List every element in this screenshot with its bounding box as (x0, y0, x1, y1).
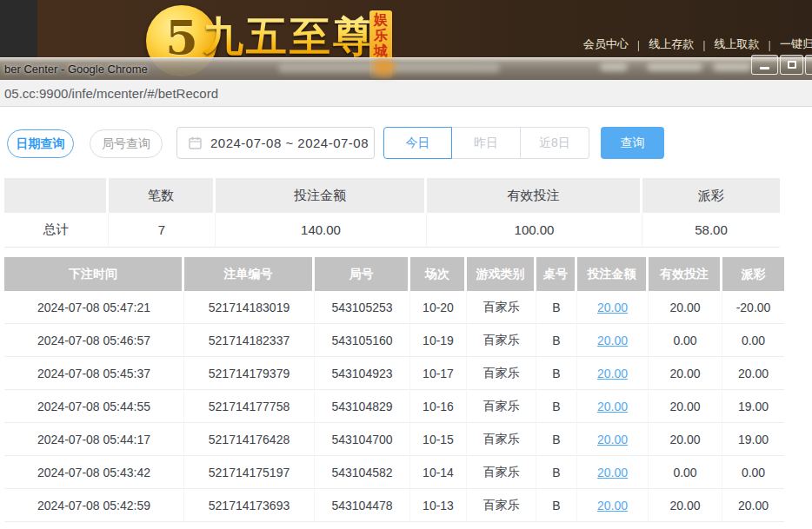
cell-time: 2024-07-08 05:43:42 (4, 456, 184, 489)
summary-header-valid-bet: 有效投注 (427, 178, 642, 213)
cell-table-no: B (536, 489, 577, 522)
col-game: 游戏类别 (467, 257, 536, 291)
cell-bet-no: 521714176428 (184, 423, 315, 456)
badge-char: 乐 (374, 28, 388, 43)
browser-urlbar[interactable]: 05.cc:9900/infe/mcenter/#/betRecord (0, 80, 812, 107)
summary-bet-amount-value: 140.00 (216, 213, 427, 248)
cell-payout: 19.00 (722, 423, 784, 456)
redacted-blur (647, 63, 702, 71)
col-valid: 有效投注 (649, 257, 722, 291)
calendar-icon (189, 136, 202, 149)
bet-amount-link[interactable]: 20.00 (597, 367, 628, 380)
bet-amount-link[interactable]: 20.00 (597, 400, 628, 413)
cell-session: 10-16 (410, 390, 467, 423)
bet-amount-link[interactable]: 20.00 (597, 433, 628, 446)
redacted-blur (600, 63, 628, 71)
cell-payout: 19.00 (722, 390, 784, 423)
redacted-blur (713, 63, 751, 71)
col-time: 下注时间 (4, 257, 184, 291)
minimize-button[interactable] (751, 55, 778, 75)
last-8-days-button[interactable]: 近8日 (521, 127, 589, 159)
nav-separator: | (769, 38, 771, 51)
redacted-blur (373, 59, 395, 76)
minimize-icon (760, 67, 769, 69)
cell-round-no: 543105160 (315, 324, 410, 357)
bet-amount-link[interactable]: 20.00 (597, 334, 628, 347)
summary-header-count: 笔数 (109, 178, 216, 213)
col-payout: 派彩 (722, 257, 784, 291)
summary-total-row: 总计 7 140.00 100.00 58.00 (4, 213, 780, 248)
range-button-group: 今日 昨日 近8日 (383, 127, 589, 159)
summary-valid-bet-value: 100.00 (427, 213, 642, 248)
cell-table-no: B (536, 357, 577, 390)
cell-payout: 0.00 (722, 324, 784, 357)
cell-time: 2024-07-08 05:45:37 (4, 357, 184, 390)
bet-record-table: 下注时间 注单编号 局号 场次 游戏类别 桌号 投注金额 有效投注 派彩 202… (4, 257, 784, 522)
cell-bet-no: 521714182337 (184, 324, 315, 357)
cell-table-no: B (536, 423, 577, 456)
date-range-input[interactable]: 2024-07-08 ~ 2024-07-08 (176, 127, 375, 159)
cell-session: 10-20 (410, 291, 467, 324)
cell-game: 百家乐 (467, 423, 536, 456)
nav-member-center[interactable]: 会员中心 (583, 36, 629, 52)
cell-bet-no: 521714179379 (184, 357, 315, 390)
header-black-corner (0, 0, 37, 57)
cell-payout: 20.00 (722, 489, 784, 522)
bet-amount-link[interactable]: 20.00 (597, 301, 628, 314)
screen: 5 九五至尊 娱 乐 城 会员中心 | 线上存款 | 线上取款 | 一键归 be… (0, 0, 812, 529)
cell-valid: 0.00 (649, 456, 722, 489)
summary-total-label: 总计 (4, 213, 109, 248)
round-query-tab[interactable]: 局号查询 (90, 129, 163, 158)
cell-valid: 20.00 (649, 489, 722, 522)
col-session: 场次 (410, 257, 467, 291)
cell-time: 2024-07-08 05:44:17 (4, 423, 184, 456)
cell-table-no: B (536, 390, 577, 423)
col-round-no: 局号 (315, 257, 410, 291)
bet-amount-link[interactable]: 20.00 (597, 499, 628, 512)
cell-session: 10-15 (410, 423, 467, 456)
top-nav: 会员中心 | 线上存款 | 线上取款 | 一键归 (583, 36, 812, 52)
date-range-value: 2024-07-08 ~ 2024-07-08 (210, 136, 369, 150)
nav-separator: | (637, 38, 640, 51)
nav-online-deposit[interactable]: 线上存款 (649, 36, 694, 52)
cell-session: 10-17 (410, 357, 467, 390)
yesterday-button[interactable]: 昨日 (452, 127, 521, 159)
nav-one-key-transfer[interactable]: 一键归 (780, 36, 812, 52)
close-button[interactable] (805, 55, 812, 75)
summary-header-bet-amount: 投注金额 (216, 178, 427, 213)
table-row: 2024-07-08 05:46:57 521714182337 5431051… (4, 324, 784, 357)
nav-separator: | (702, 38, 705, 51)
cell-game: 百家乐 (467, 324, 536, 357)
window-controls (751, 55, 812, 75)
cell-session: 10-13 (410, 489, 467, 522)
date-query-tab[interactable]: 日期查询 (7, 129, 74, 158)
cell-time: 2024-07-08 05:47:21 (4, 291, 184, 324)
cell-bet-no: 521714173693 (184, 489, 315, 522)
maximize-button[interactable] (780, 55, 803, 75)
cell-time: 2024-07-08 05:42:59 (4, 489, 184, 522)
cell-valid: 20.00 (649, 390, 722, 423)
cell-round-no: 543104829 (315, 390, 410, 423)
table-row: 2024-07-08 05:44:17 521714176428 5431047… (4, 423, 784, 456)
bet-amount-link[interactable]: 20.00 (597, 466, 628, 479)
table-row: 2024-07-08 05:44:55 521714177758 5431048… (4, 390, 784, 423)
search-button[interactable]: 查询 (601, 127, 664, 159)
today-button[interactable]: 今日 (383, 127, 452, 159)
badge-char: 娱 (374, 12, 388, 28)
cell-time: 2024-07-08 05:46:57 (4, 324, 184, 357)
cell-bet-no: 521714183019 (184, 291, 315, 324)
filter-bar: 日期查询 局号查询 2024-07-08 ~ 2024-07-08 今日 昨日 … (7, 127, 664, 159)
cell-valid: 20.00 (649, 423, 722, 456)
col-amount: 投注金额 (577, 257, 649, 291)
summary-count-value: 7 (109, 213, 216, 248)
cell-round-no: 543104700 (315, 423, 410, 456)
table-row: 2024-07-08 05:42:59 521714173693 5431044… (4, 489, 784, 522)
url-text: 05.cc:9900/infe/mcenter/#/betRecord (4, 86, 218, 101)
window-title: ber Center - Google Chrome (4, 63, 148, 76)
maximize-icon (788, 61, 796, 69)
summary-header-row: 笔数 投注金额 有效投注 派彩 (4, 178, 780, 213)
cell-payout: -20.00 (722, 291, 784, 324)
cell-session: 10-14 (410, 456, 467, 489)
nav-online-withdraw[interactable]: 线上取款 (715, 36, 760, 52)
cell-session: 10-19 (410, 324, 467, 357)
